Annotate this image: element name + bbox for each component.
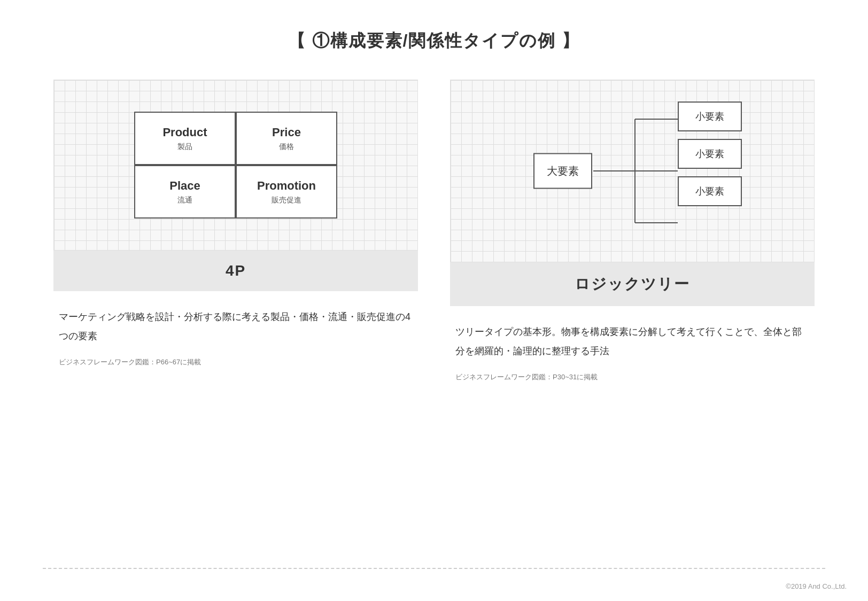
fourp-grid: Product 製品 Price 価格 Place 流通 Promotion 販…: [134, 112, 337, 218]
fourp-book-ref: ビジネスフレームワーク図鑑：P66~67に掲載: [59, 355, 413, 374]
tree-diagram-area: 大要素 小要素 小要素 小要素: [450, 80, 815, 262]
product-main-label: Product: [162, 126, 207, 139]
fourp-connector-container: Product 製品 Price 価格 Place 流通 Promotion 販…: [134, 112, 337, 218]
tree-diagram: 大要素 小要素 小要素 小要素: [517, 102, 747, 240]
main-content: Product 製品 Price 価格 Place 流通 Promotion 販…: [0, 58, 868, 395]
tree-right-label-2: 小要素: [695, 149, 724, 159]
tree-book-ref: ビジネスフレームワーク図鑑：P30~31に掲載: [455, 370, 809, 389]
tree-right-nodes: 小要素 小要素 小要素: [678, 102, 742, 206]
product-sub-label: 製品: [177, 142, 192, 152]
bottom-divider: [43, 568, 825, 569]
price-main-label: Price: [272, 126, 301, 139]
footer-copyright: ©2019 And Co.,Ltd.: [786, 582, 847, 590]
promotion-sub-label: 販売促進: [272, 196, 301, 205]
tree-desc-text: ツリータイプの基本形。物事を構成要素に分解して考えて行くことで、全体と部分を網羅…: [455, 322, 809, 361]
tree-description: ツリータイプの基本形。物事を構成要素に分解して考えて行くことで、全体と部分を網羅…: [450, 306, 815, 395]
price-sub-label: 価格: [279, 142, 294, 152]
tree-label: ロジックツリー: [450, 262, 815, 306]
right-panel: 大要素 小要素 小要素 小要素: [450, 80, 815, 395]
tree-right-label-3: 小要素: [695, 186, 724, 197]
place-main-label: Place: [169, 179, 200, 193]
fourp-diagram-area: Product 製品 Price 価格 Place 流通 Promotion 販…: [53, 80, 418, 251]
promotion-main-label: Promotion: [257, 179, 316, 193]
tree-right-node-2: 小要素: [678, 139, 742, 169]
fourp-label: 4P: [53, 251, 418, 291]
fourp-price-box: Price 価格: [236, 112, 337, 165]
fourp-description: マーケティング戦略を設計・分析する際に考える製品・価格・流通・販売促進の4つの要…: [53, 291, 418, 380]
fourp-desc-text: マーケティング戦略を設計・分析する際に考える製品・価格・流通・販売促進の4つの要…: [59, 307, 413, 346]
fourp-promotion-box: Promotion 販売促進: [236, 165, 337, 218]
fourp-product-box: Product 製品: [134, 112, 236, 165]
place-sub-label: 流通: [177, 196, 192, 205]
tree-right-label-1: 小要素: [695, 111, 724, 122]
page-title: 【 ①構成要素/関係性タイプの例 】: [0, 0, 868, 58]
tree-right-node-1: 小要素: [678, 102, 742, 131]
left-panel: Product 製品 Price 価格 Place 流通 Promotion 販…: [53, 80, 418, 395]
fourp-place-box: Place 流通: [134, 165, 236, 218]
tree-right-node-3: 小要素: [678, 176, 742, 206]
tree-left-node: 大要素: [533, 153, 592, 189]
